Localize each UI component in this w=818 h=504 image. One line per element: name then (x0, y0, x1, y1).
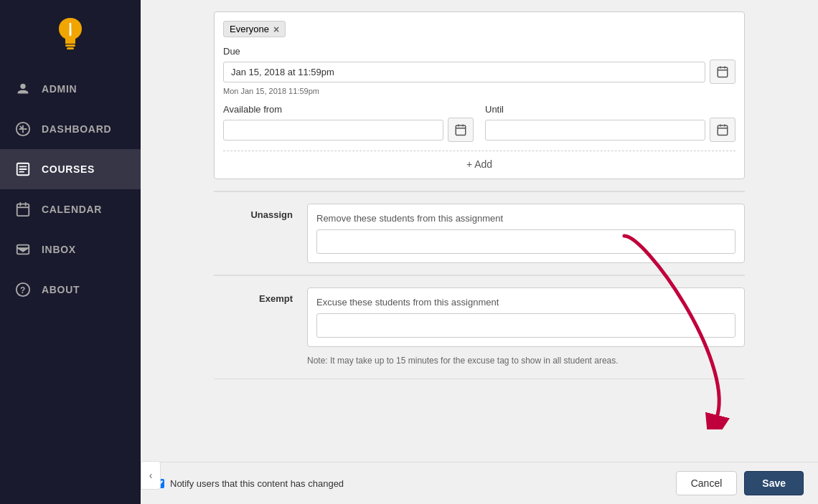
due-calendar-button[interactable] (710, 60, 735, 84)
courses-icon (14, 161, 32, 178)
sidebar-item-about-label: ABOUT (42, 284, 80, 295)
exempt-note: Note: It may take up to 15 minutes for t… (307, 354, 745, 367)
svg-point-5 (20, 84, 25, 89)
admin-icon (14, 80, 32, 98)
assign-section: Everyone × Due (214, 0, 745, 191)
add-button[interactable]: + Add (466, 158, 492, 170)
until-label: Until (485, 104, 735, 115)
unassign-input[interactable] (316, 229, 735, 254)
footer-bar: Notify users that this content has chang… (141, 462, 818, 504)
due-date-input[interactable] (223, 62, 705, 82)
sidebar-item-about[interactable]: ? ABOUT (0, 270, 141, 310)
everyone-tag-remove[interactable]: × (273, 24, 279, 34)
exempt-input[interactable] (316, 313, 735, 338)
exempt-card: Excuse these students from this assignme… (307, 287, 745, 347)
available-from-calendar-button[interactable] (448, 118, 474, 142)
everyone-tag-label: Everyone (230, 24, 269, 34)
logo (0, 0, 141, 69)
everyone-tag: Everyone × (223, 21, 286, 37)
due-date-hint: Mon Jan 15, 2018 11:59pm (223, 87, 735, 95)
svg-text:?: ? (20, 285, 26, 295)
available-from-input[interactable] (223, 120, 443, 141)
footer-right: Cancel Save (676, 471, 804, 495)
available-from-label: Available from (223, 104, 474, 115)
notify-label-text: Notify users that this content has chang… (170, 478, 344, 489)
sidebar-nav: ADMIN DASHBOARD COURSES CALENDAR (0, 69, 141, 504)
unassign-section: Unassign Remove these students from this… (214, 192, 745, 275)
svg-rect-13 (718, 67, 728, 77)
logo-bulb-icon (55, 15, 86, 57)
sidebar: ADMIN DASHBOARD COURSES CALENDAR (0, 0, 141, 504)
svg-point-7 (22, 128, 24, 130)
sidebar-item-courses[interactable]: COURSES (0, 149, 141, 189)
calendar-nav-icon (14, 201, 32, 218)
inbox-icon (14, 241, 32, 258)
sidebar-collapse-button[interactable]: ‹ (141, 461, 161, 490)
sidebar-item-calendar[interactable]: CALENDAR (0, 189, 141, 229)
svg-rect-14 (456, 125, 466, 135)
until-input[interactable] (485, 120, 705, 141)
sidebar-item-admin-label: ADMIN (42, 83, 77, 95)
availability-section: Available from (223, 104, 735, 142)
sidebar-item-dashboard-label: DASHBOARD (42, 123, 111, 135)
add-button-label: + Add (466, 158, 492, 170)
until-calendar-button[interactable] (710, 118, 735, 142)
dashboard-icon (14, 120, 32, 138)
footer-left: Notify users that this content has chang… (155, 478, 344, 489)
svg-rect-1 (65, 44, 75, 47)
svg-rect-15 (718, 125, 728, 135)
svg-rect-2 (67, 47, 74, 49)
add-row: + Add (223, 151, 735, 170)
unassign-label: Unassign (214, 204, 307, 220)
sidebar-item-inbox-label: INBOX (42, 244, 76, 255)
sidebar-item-admin[interactable]: ADMIN (0, 69, 141, 109)
svg-rect-9 (17, 204, 29, 217)
exempt-label: Exempt (214, 287, 307, 304)
unassign-placeholder-text: Remove these students from this assignme… (316, 213, 735, 224)
cancel-button[interactable]: Cancel (676, 471, 738, 495)
save-button[interactable]: Save (744, 471, 804, 495)
sidebar-item-calendar-label: CALENDAR (42, 204, 102, 215)
main-content: Everyone × Due (141, 0, 818, 504)
notify-checkbox-label[interactable]: Notify users that this content has chang… (155, 478, 344, 489)
sidebar-item-dashboard[interactable]: DASHBOARD (0, 109, 141, 149)
exempt-placeholder-text: Excuse these students from this assignme… (316, 297, 735, 308)
unassign-card: Remove these students from this assignme… (307, 204, 745, 263)
due-section: Due Mon Jan 15, 2018 11:59pm (223, 46, 735, 95)
until-col: Until (485, 104, 735, 142)
assign-card: Everyone × Due (214, 11, 745, 179)
exempt-section: Exempt Excuse these students from this a… (214, 276, 745, 379)
sidebar-item-courses-label: COURSES (42, 163, 95, 175)
about-icon: ? (14, 281, 32, 298)
sidebar-item-inbox[interactable]: INBOX (0, 229, 141, 270)
due-label: Due (223, 46, 735, 57)
available-from-col: Available from (223, 104, 474, 142)
